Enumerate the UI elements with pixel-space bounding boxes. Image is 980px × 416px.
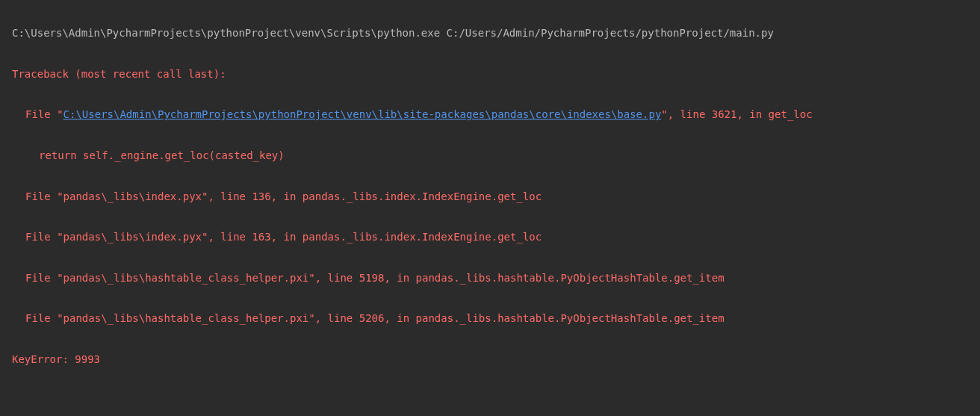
blank-line <box>12 391 974 411</box>
frame-code: return self._engine.get_loc(casted_key) <box>12 146 974 166</box>
traceback-frame: File "pandas\_libs\hashtable_class_helpe… <box>12 268 974 288</box>
traceback-frame: File "pandas\_libs\index.pyx", line 136,… <box>12 187 974 207</box>
command-line: C:\Users\Admin\PycharmProjects\pythonPro… <box>12 23 974 43</box>
traceback-header-1: Traceback (most recent call last): <box>12 64 974 84</box>
frame-suffix: ", line 3621, in get_loc <box>661 108 812 120</box>
key-error-1: KeyError: 9993 <box>12 350 974 370</box>
frame-prefix: File " <box>25 108 63 120</box>
console-output: C:\Users\Admin\PycharmProjects\pythonPro… <box>0 0 980 416</box>
traceback-frame: File "C:\Users\Admin\PycharmProjects\pyt… <box>12 105 974 125</box>
file-link[interactable]: C:\Users\Admin\PycharmProjects\pythonPro… <box>63 108 662 120</box>
traceback-frame: File "pandas\_libs\hashtable_class_helpe… <box>12 308 974 329</box>
traceback-frame: File "pandas\_libs\index.pyx", line 163,… <box>12 227 974 247</box>
